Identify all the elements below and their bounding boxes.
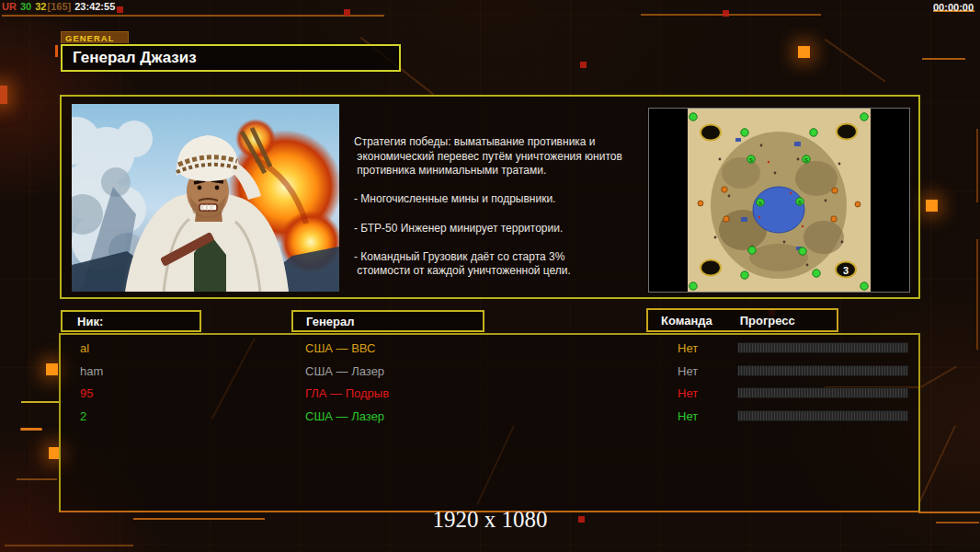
player-general: США — Лазер bbox=[305, 364, 384, 378]
deco-tick bbox=[55, 45, 58, 57]
game-lobby-screen: UR 30 32[165] 23:42:55 00:00:00 GENERAL … bbox=[0, 0, 980, 552]
svg-text:S: S bbox=[804, 157, 808, 163]
player-team: Нет bbox=[678, 341, 698, 355]
deco-line bbox=[922, 58, 965, 60]
progress-header-label: Прогресс bbox=[740, 314, 795, 328]
player-nick: al bbox=[80, 341, 89, 355]
player-row: hamСША — ЛазерНет bbox=[61, 362, 918, 385]
debug-segment: 23:42:55 bbox=[72, 1, 115, 12]
deco-line bbox=[2, 15, 384, 17]
match-timer: 00:00:00 bbox=[933, 2, 979, 13]
deco-diagonal bbox=[825, 39, 886, 83]
team-header-label: Команда bbox=[661, 314, 712, 328]
column-header-team-progress: Команда Прогресс bbox=[646, 308, 838, 332]
map-preview-image: SSSS 3 bbox=[688, 109, 871, 292]
player-load-progress-bar bbox=[737, 365, 908, 376]
column-header-nick: Ник: bbox=[61, 310, 201, 332]
player-row: 2США — ЛазерНет bbox=[61, 407, 918, 430]
deco-square bbox=[117, 6, 123, 13]
debug-segment: [165] bbox=[47, 1, 71, 12]
svg-text:S: S bbox=[758, 201, 762, 206]
player-general: США — ВВС bbox=[305, 341, 376, 355]
deco-square bbox=[344, 9, 350, 16]
svg-text:S: S bbox=[749, 157, 753, 163]
deco-line bbox=[17, 478, 57, 480]
column-header-general: Генерал bbox=[291, 310, 484, 332]
general-tab-label: GENERAL bbox=[61, 31, 129, 43]
player-nick: 2 bbox=[80, 409, 86, 423]
general-portrait-image bbox=[72, 104, 339, 292]
deco-square bbox=[926, 200, 938, 212]
svg-text:S: S bbox=[798, 200, 802, 205]
player-nick: ham bbox=[80, 364, 103, 378]
player-load-progress-bar bbox=[737, 387, 908, 398]
player-list: alСША — ВВСНетhamСША — ЛазерНет95ГЛА — П… bbox=[59, 333, 920, 512]
player-team: Нет bbox=[678, 386, 698, 400]
deco-line bbox=[641, 14, 821, 16]
deco-diagonal bbox=[917, 425, 956, 505]
deco-square bbox=[0, 86, 7, 104]
general-header-label: Генерал bbox=[306, 315, 354, 328]
player-team: Нет bbox=[678, 364, 698, 378]
player-nick: 95 bbox=[80, 386, 93, 400]
resolution-label: 1920 x 1080 bbox=[0, 507, 980, 533]
player-load-progress-bar bbox=[737, 342, 908, 353]
general-title-box: Генерал Джазиз bbox=[61, 44, 401, 72]
player-general: США — Лазер bbox=[305, 409, 384, 423]
debug-stats-text: UR 30 32[165] 23:42:55 bbox=[2, 1, 116, 12]
deco-line bbox=[976, 239, 978, 350]
deco-line bbox=[5, 545, 133, 546]
map-slot-badge: 3 bbox=[843, 265, 849, 276]
player-row: 95ГЛА — ПодрывНет bbox=[61, 384, 918, 407]
deco-line bbox=[21, 401, 61, 403]
player-load-progress-bar bbox=[737, 410, 908, 421]
deco-line bbox=[976, 129, 978, 202]
briefing-panel: Стратегия победы: выматывание противника… bbox=[60, 95, 920, 299]
nick-header-label: Ник: bbox=[77, 315, 103, 328]
deco-square bbox=[723, 10, 729, 17]
map-preview-frame: SSSS 3 bbox=[648, 108, 910, 293]
deco-square bbox=[46, 363, 58, 375]
deco-square bbox=[798, 46, 810, 58]
deco-diagonal bbox=[920, 366, 957, 388]
player-general: ГЛА — Подрыв bbox=[305, 386, 389, 400]
debug-segment: UR bbox=[2, 1, 17, 12]
player-row: alСША — ВВСНет bbox=[61, 339, 918, 362]
player-team: Нет bbox=[678, 409, 698, 423]
debug-segment: 30 bbox=[17, 1, 31, 12]
deco-square bbox=[580, 62, 587, 68]
general-name: Генерал Джазиз bbox=[73, 49, 197, 66]
debug-segment: 32 bbox=[32, 1, 46, 12]
deco-line bbox=[20, 428, 42, 431]
strategy-description: Стратегия победы: выматывание противника… bbox=[354, 135, 637, 279]
